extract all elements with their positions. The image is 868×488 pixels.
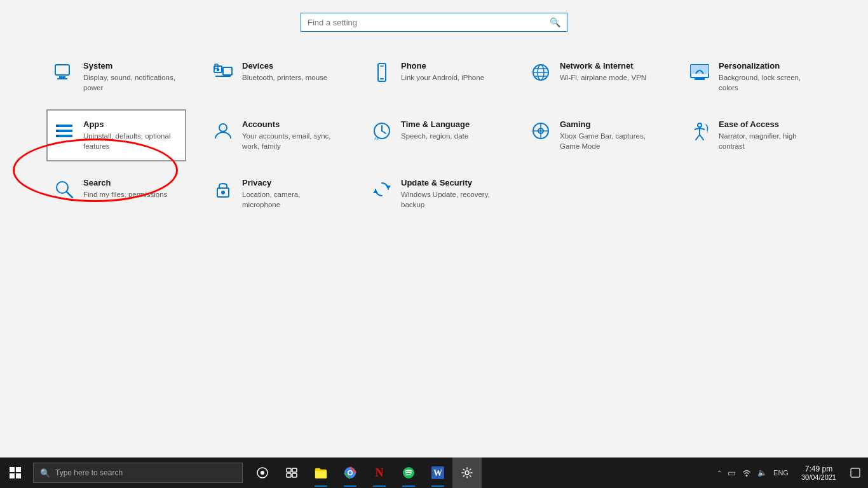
taskbar-search-bar[interactable]: 🔍 Type here to search: [33, 463, 243, 483]
phone-text: Phone Link your Android, iPhone: [401, 61, 484, 83]
update-icon: [372, 179, 392, 200]
settings-item-time[interactable]: A文 Time & Language Speech, region, date: [364, 109, 504, 161]
settings-gear-icon: [461, 467, 473, 478]
taskbar: 🔍 Type here to search: [0, 458, 868, 488]
ease-icon: [689, 121, 710, 141]
svg-rect-0: [55, 65, 69, 75]
taskbar-icons: N W: [248, 458, 482, 488]
accounts-icon: [213, 121, 233, 141]
system-text: System Display, sound, notifications, po…: [83, 61, 179, 93]
multitasking-icon: [286, 468, 297, 478]
clock-date: 30/04/2021: [801, 473, 836, 481]
chrome-button[interactable]: [336, 458, 365, 488]
settings-grid: System Display, sound, notifications, po…: [21, 51, 847, 220]
settings-window: 🔍 System Display, sound, notifications, …: [0, 0, 868, 343]
apps-text: Apps Uninstall, defaults, optional featu…: [83, 119, 179, 151]
time-icon: A文: [372, 121, 392, 141]
network-icon: [531, 62, 551, 83]
taskbar-search-text: Type here to search: [55, 468, 123, 477]
svg-point-57: [465, 471, 469, 475]
svg-rect-50: [292, 473, 297, 477]
wifi-icon: [742, 468, 751, 477]
search-icon: 🔍: [550, 17, 560, 27]
tray-tablet-icon[interactable]: ▭: [725, 458, 738, 488]
search-settings-icon: [54, 179, 74, 200]
file-explorer-icon: [315, 467, 327, 478]
svg-point-46: [261, 471, 264, 475]
svg-point-26: [219, 124, 227, 132]
apps-icon: [54, 121, 74, 141]
tray-language-button[interactable]: ENG: [771, 458, 791, 488]
settings-item-ease[interactable]: Ease of Access Narrator, magnifier, high…: [682, 109, 822, 161]
tray-volume-icon[interactable]: 🔈: [755, 458, 770, 488]
svg-rect-24: [56, 130, 59, 132]
gaming-text: Gaming Xbox Game Bar, captures, Game Mod…: [560, 119, 655, 151]
system-tray: ⌃ ▭ 🔈 ENG 7:49 pm 30/04/2021: [711, 458, 868, 488]
phone-icon: [372, 62, 392, 83]
settings-item-personalization[interactable]: Personalization Background, lock screen,…: [682, 51, 822, 103]
tray-overflow-button[interactable]: ⌃: [715, 470, 724, 477]
settings-search-input[interactable]: [308, 18, 550, 27]
clock-area[interactable]: 7:49 pm 30/04/2021: [795, 458, 843, 488]
settings-item-gaming[interactable]: Gaming Xbox Game Bar, captures, Game Mod…: [523, 109, 663, 161]
word-icon: W: [431, 466, 444, 479]
task-view-icon: [257, 467, 268, 478]
settings-item-accounts[interactable]: Accounts Your accounts, email, sync, wor…: [205, 109, 345, 161]
notification-icon: [850, 468, 860, 478]
svg-point-58: [746, 475, 748, 477]
privacy-text: Privacy Location, camera, microphone: [242, 178, 337, 210]
time-text: Time & Language Speech, region, date: [401, 119, 470, 141]
start-button[interactable]: [0, 458, 31, 488]
spotify-button[interactable]: [394, 458, 423, 488]
svg-rect-47: [287, 468, 291, 472]
settings-item-search[interactable]: Search Find my files, permissions: [46, 168, 186, 220]
settings-search-bar[interactable]: 🔍: [301, 13, 567, 32]
svg-rect-25: [56, 135, 59, 137]
svg-line-29: [382, 131, 386, 133]
spotify-icon: [402, 466, 415, 479]
settings-item-privacy[interactable]: Privacy Location, camera, microphone: [205, 168, 345, 220]
svg-rect-48: [292, 468, 297, 472]
windows-logo-icon: [10, 467, 21, 478]
notification-center-button[interactable]: [843, 458, 868, 488]
svg-rect-1: [59, 76, 65, 78]
svg-rect-2: [57, 78, 67, 79]
gaming-icon: [531, 121, 551, 141]
svg-rect-59: [851, 468, 860, 477]
clock-time: 7:49 pm: [805, 464, 832, 473]
privacy-icon: [213, 179, 233, 200]
update-text: Update & Security Windows Update, recove…: [401, 178, 496, 210]
task-view-button[interactable]: [248, 458, 277, 488]
settings-item-system[interactable]: System Display, sound, notifications, po…: [46, 51, 186, 103]
multitasking-button[interactable]: [277, 458, 306, 488]
svg-line-37: [696, 135, 700, 140]
svg-rect-17: [691, 65, 709, 74]
personalization-text: Personalization Background, lock screen,…: [719, 61, 814, 93]
netflix-logo: N: [376, 466, 384, 480]
taskbar-search-icon: 🔍: [40, 468, 50, 478]
settings-item-network[interactable]: Network & Internet Wi-Fi, airplane mode,…: [523, 51, 663, 103]
svg-rect-5: [223, 67, 232, 75]
settings-item-phone[interactable]: Phone Link your Android, iPhone: [364, 51, 504, 103]
svg-rect-49: [287, 473, 291, 477]
ease-text: Ease of Access Narrator, magnifier, high…: [719, 119, 814, 151]
settings-item-update[interactable]: Update & Security Windows Update, recove…: [364, 168, 504, 220]
svg-marker-43: [386, 186, 391, 189]
svg-line-38: [700, 135, 703, 140]
svg-rect-23: [56, 125, 59, 127]
accounts-text: Accounts Your accounts, email, sync, wor…: [242, 119, 337, 151]
devices-text: Devices Bluetooth, printers, mouse: [242, 61, 327, 83]
settings-item-devices[interactable]: Devices Bluetooth, printers, mouse: [205, 51, 345, 103]
tray-wifi-icon[interactable]: [740, 458, 754, 488]
word-button[interactable]: W: [423, 458, 452, 488]
svg-marker-44: [373, 189, 378, 193]
settings-taskbar-button[interactable]: [452, 458, 482, 488]
personalization-icon: [689, 62, 710, 83]
svg-rect-18: [695, 78, 705, 80]
netflix-button[interactable]: N: [365, 458, 394, 488]
system-icon: [54, 62, 74, 83]
settings-item-apps[interactable]: Apps Uninstall, defaults, optional featu…: [46, 109, 186, 161]
svg-point-42: [221, 191, 225, 194]
settings-search-container: 🔍: [301, 13, 567, 32]
file-explorer-button[interactable]: [306, 458, 336, 488]
